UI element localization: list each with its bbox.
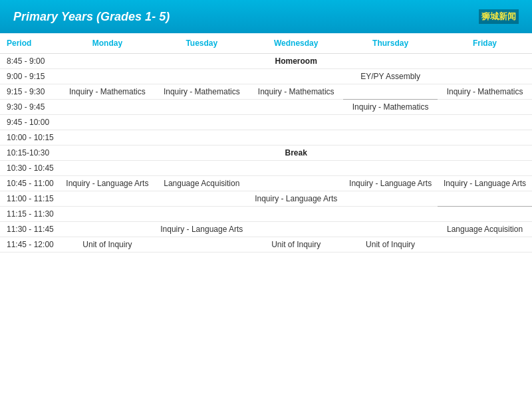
cell-monday bbox=[60, 130, 154, 146]
cell-friday bbox=[438, 146, 532, 161]
cell-friday bbox=[438, 115, 532, 130]
cell-thursday bbox=[343, 207, 438, 222]
cell-wednesday bbox=[249, 176, 343, 191]
cell-thursday bbox=[343, 84, 438, 100]
cell-monday bbox=[60, 161, 154, 176]
cell-friday bbox=[438, 161, 532, 176]
cell-tuesday bbox=[154, 115, 249, 130]
cell-monday bbox=[60, 69, 154, 84]
cell-monday bbox=[60, 115, 154, 130]
cell-monday bbox=[60, 191, 154, 207]
cell-period: 9:30 - 9:45 bbox=[0, 100, 60, 115]
cell-tuesday bbox=[154, 54, 249, 69]
cell-thursday: Unit of Inquiry bbox=[343, 237, 438, 252]
cell-period: 8:45 - 9:00 bbox=[0, 54, 60, 69]
cell-friday: Language Acquisition bbox=[438, 222, 532, 237]
cell-monday bbox=[60, 146, 154, 161]
table-row: 9:30 - 9:45Inquiry - Mathematics bbox=[0, 100, 532, 115]
cell-friday bbox=[438, 207, 532, 222]
cell-monday bbox=[60, 54, 154, 69]
col-tuesday: Tuesday bbox=[154, 33, 249, 54]
cell-wednesday bbox=[249, 115, 343, 130]
cell-thursday bbox=[343, 222, 438, 237]
cell-period: 9:15 - 9:30 bbox=[0, 84, 60, 100]
table-row: 11:00 - 11:15Inquiry - Language Arts bbox=[0, 191, 532, 207]
cell-wednesday bbox=[249, 161, 343, 176]
col-monday: Monday bbox=[60, 33, 154, 54]
cell-wednesday bbox=[249, 207, 343, 222]
cell-tuesday bbox=[154, 191, 249, 207]
cell-period: 11:00 - 11:15 bbox=[0, 191, 60, 207]
table-row: 10:15-10:30Break bbox=[0, 146, 532, 161]
cell-period: 9:00 - 9:15 bbox=[0, 69, 60, 84]
cell-wednesday: Homeroom bbox=[249, 54, 343, 69]
table-row: 9:15 - 9:30Inquiry - MathematicsInquiry … bbox=[0, 84, 532, 100]
col-friday: Friday bbox=[438, 33, 532, 54]
cell-monday bbox=[60, 222, 154, 237]
cell-monday: Inquiry - Language Arts bbox=[60, 176, 154, 191]
cell-period: 10:15-10:30 bbox=[0, 146, 60, 161]
table-row: 10:30 - 10:45 bbox=[0, 161, 532, 176]
cell-wednesday: Unit of Inquiry bbox=[249, 237, 343, 252]
cell-thursday bbox=[343, 161, 438, 176]
header-logo: 狮城新闻 bbox=[479, 9, 519, 24]
cell-period: 9:45 - 10:00 bbox=[0, 115, 60, 130]
cell-tuesday bbox=[154, 146, 249, 161]
header: Primary Years (Grades 1- 5) 狮城新闻 bbox=[0, 0, 532, 33]
cell-friday bbox=[438, 237, 532, 252]
cell-period: 10:30 - 10:45 bbox=[0, 161, 60, 176]
table-row: 10:45 - 11:00Inquiry - Language ArtsLang… bbox=[0, 176, 532, 191]
table-row: 11:45 - 12:00Unit of InquiryUnit of Inqu… bbox=[0, 237, 532, 252]
cell-monday: Unit of Inquiry bbox=[60, 237, 154, 252]
table-row: 11:30 - 11:45Inquiry - Language ArtsLang… bbox=[0, 222, 532, 237]
cell-wednesday: Break bbox=[249, 146, 343, 161]
cell-period: 11:15 - 11:30 bbox=[0, 207, 60, 222]
cell-tuesday bbox=[154, 69, 249, 84]
cell-friday bbox=[438, 54, 532, 69]
cell-tuesday: Language Acquisition bbox=[154, 176, 249, 191]
cell-tuesday bbox=[154, 207, 249, 222]
table-row: 9:45 - 10:00 bbox=[0, 115, 532, 130]
table-row: 10:00 - 10:15 bbox=[0, 130, 532, 146]
cell-monday bbox=[60, 100, 154, 115]
cell-tuesday bbox=[154, 237, 249, 252]
cell-thursday bbox=[343, 54, 438, 69]
cell-tuesday bbox=[154, 130, 249, 146]
cell-wednesday bbox=[249, 222, 343, 237]
cell-thursday: Inquiry - Mathematics bbox=[343, 100, 438, 115]
col-period: Period bbox=[0, 33, 60, 54]
table-row: 11:15 - 11:30 bbox=[0, 207, 532, 222]
cell-friday: Inquiry - Language Arts bbox=[438, 176, 532, 191]
cell-tuesday bbox=[154, 161, 249, 176]
cell-thursday bbox=[343, 191, 438, 207]
cell-period: 10:00 - 10:15 bbox=[0, 130, 60, 146]
cell-monday: Inquiry - Mathematics bbox=[60, 84, 154, 100]
schedule-table: Period Monday Tuesday Wednesday Thursday… bbox=[0, 33, 532, 252]
cell-wednesday bbox=[249, 130, 343, 146]
table-row: 9:00 - 9:15EY/PY Assembly bbox=[0, 69, 532, 84]
cell-thursday bbox=[343, 115, 438, 130]
cell-thursday bbox=[343, 146, 438, 161]
cell-tuesday: Inquiry - Language Arts bbox=[154, 222, 249, 237]
cell-thursday bbox=[343, 130, 438, 146]
cell-wednesday: Inquiry - Mathematics bbox=[249, 84, 343, 100]
cell-friday bbox=[438, 191, 532, 207]
cell-friday: Inquiry - Mathematics bbox=[438, 84, 532, 100]
cell-wednesday: Inquiry - Language Arts bbox=[249, 191, 343, 207]
cell-thursday: EY/PY Assembly bbox=[343, 69, 438, 84]
cell-period: 10:45 - 11:00 bbox=[0, 176, 60, 191]
cell-period: 11:30 - 11:45 bbox=[0, 222, 60, 237]
cell-wednesday bbox=[249, 100, 343, 115]
cell-period: 11:45 - 12:00 bbox=[0, 237, 60, 252]
cell-thursday: Inquiry - Language Arts bbox=[343, 176, 438, 191]
cell-wednesday bbox=[249, 69, 343, 84]
cell-friday bbox=[438, 69, 532, 84]
col-thursday: Thursday bbox=[343, 33, 438, 54]
cell-friday bbox=[438, 100, 532, 115]
col-wednesday: Wednesday bbox=[249, 33, 343, 54]
column-headers: Period Monday Tuesday Wednesday Thursday… bbox=[0, 33, 532, 54]
cell-monday bbox=[60, 207, 154, 222]
table-row: 8:45 - 9:00Homeroom bbox=[0, 54, 532, 69]
header-title: Primary Years (Grades 1- 5) bbox=[13, 10, 170, 24]
cell-tuesday bbox=[154, 100, 249, 115]
